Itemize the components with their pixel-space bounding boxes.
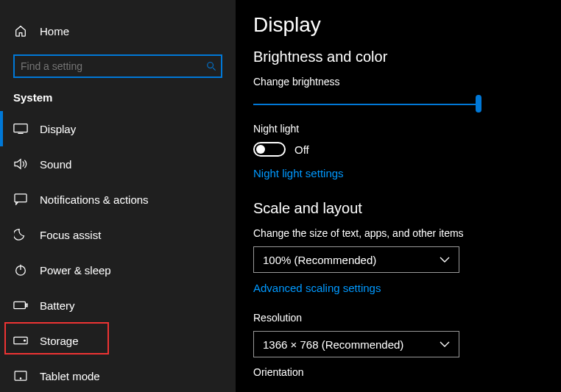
nightlight-toggle[interactable] [253, 142, 286, 157]
sound-icon [13, 158, 28, 170]
nightlight-label: Night light [253, 123, 546, 135]
slider-track [253, 104, 481, 105]
sidebar-item-sound[interactable]: Sound [0, 146, 236, 182]
power-icon [13, 263, 28, 277]
sidebar-item-power-sleep[interactable]: Power & sleep [0, 252, 236, 288]
home-label: Home [40, 25, 69, 38]
section-brightness: Brightness and color [253, 49, 546, 65]
svg-rect-2 [15, 194, 27, 202]
main-content: Display Brightness and color Change brig… [236, 0, 561, 392]
svg-rect-4 [14, 302, 25, 308]
home-nav[interactable]: Home [0, 16, 236, 46]
nightlight-settings-link[interactable]: Night light settings [253, 167, 344, 179]
scale-value: 100% (Recommended) [263, 254, 376, 266]
resolution-label: Resolution [253, 312, 546, 324]
sidebar-item-label: Storage [40, 335, 79, 347]
notifications-icon [13, 193, 28, 205]
resolution-select[interactable]: 1366 × 768 (Recommended) [253, 331, 459, 357]
tablet-icon [13, 371, 28, 381]
svg-point-9 [20, 378, 21, 379]
nightlight-state: Off [294, 143, 309, 156]
sidebar-item-label: Battery [40, 299, 75, 312]
battery-icon [13, 301, 28, 310]
sidebar-item-label: Power & sleep [40, 264, 111, 277]
toggle-knob [256, 145, 265, 154]
sidebar-item-tablet-mode[interactable]: Tablet mode [0, 358, 236, 392]
sidebar-item-label: Notifications & actions [40, 193, 149, 206]
sidebar-item-label: Sound [40, 158, 71, 171]
advanced-scaling-link[interactable]: Advanced scaling settings [253, 282, 381, 294]
chevron-down-icon [440, 257, 450, 263]
moon-icon [13, 228, 28, 241]
svg-point-7 [24, 340, 26, 341]
drive-icon [13, 336, 28, 345]
sidebar: Home System Display Sound Notifications … [0, 0, 236, 392]
sidebar-item-notifications[interactable]: Notifications & actions [0, 182, 236, 217]
orientation-label: Orientation [253, 366, 546, 378]
resolution-value: 1366 × 768 (Recommended) [263, 338, 403, 351]
home-icon [13, 24, 28, 38]
scale-select[interactable]: 100% (Recommended) [253, 246, 459, 273]
sidebar-item-storage[interactable]: Storage [0, 323, 236, 358]
sidebar-item-label: Display [40, 123, 76, 135]
search-input[interactable] [13, 54, 222, 78]
monitor-icon [13, 123, 28, 135]
sidebar-item-display[interactable]: Display [0, 111, 236, 146]
page-title: Display [253, 13, 546, 37]
brightness-slider[interactable] [253, 95, 481, 113]
sidebar-section-label: System [0, 91, 236, 111]
sidebar-item-label: Focus assist [40, 229, 101, 241]
scale-label: Change the size of text, apps, and other… [253, 227, 546, 239]
sidebar-item-focus-assist[interactable]: Focus assist [0, 217, 236, 252]
section-scale: Scale and layout [253, 200, 546, 217]
slider-thumb[interactable] [476, 95, 481, 113]
svg-rect-5 [26, 304, 27, 307]
sidebar-item-label: Tablet mode [40, 370, 100, 382]
search-wrap [13, 54, 222, 78]
brightness-label: Change brightness [253, 76, 546, 88]
chevron-down-icon [440, 341, 450, 347]
svg-rect-1 [14, 124, 27, 132]
sidebar-item-battery[interactable]: Battery [0, 288, 236, 323]
